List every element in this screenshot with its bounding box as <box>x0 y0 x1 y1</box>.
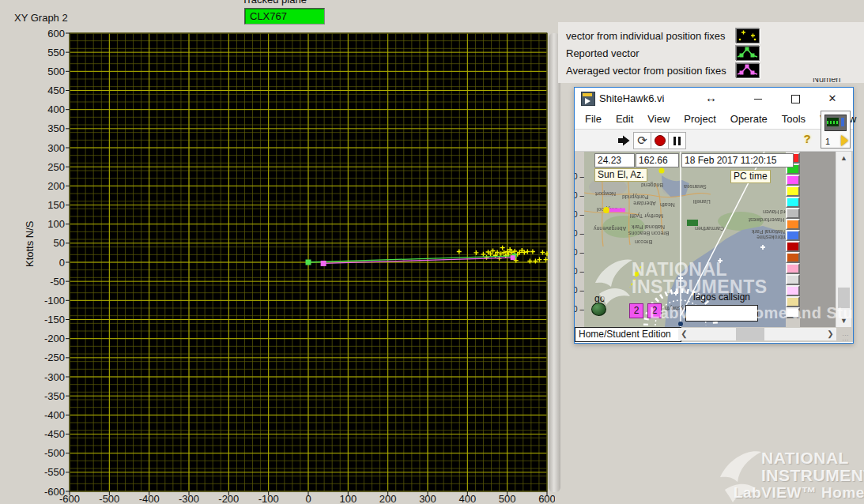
color-box[interactable] <box>786 263 800 274</box>
horizontal-scrollbar[interactable]: ❮ ❯ <box>678 328 836 340</box>
y-tick-label: 0 <box>59 257 65 269</box>
vi-arrow-icon <box>841 135 848 146</box>
y-tick-label: -150 <box>44 314 65 325</box>
resize-cursor-icon: ↔ <box>705 91 717 104</box>
y-tick-label: 500 <box>47 66 65 77</box>
map-axis-tick: .0 – <box>575 286 584 295</box>
maximize-button[interactable] <box>782 88 809 109</box>
tracked-plane-value[interactable]: CLX767 <box>244 8 325 24</box>
color-box[interactable] <box>786 197 800 208</box>
series-marker-2 <box>321 261 326 266</box>
menu-view[interactable]: View <box>640 113 677 125</box>
map-axis-tick: .0 – <box>575 172 584 181</box>
labview-app-icon <box>581 92 595 106</box>
minimize-button[interactable] <box>745 88 772 109</box>
y-tick-label: 200 <box>47 180 65 192</box>
map-axis-tick: .0 – <box>575 210 584 219</box>
maximize-icon <box>791 95 800 103</box>
legend-label: Averaged vector from position fixes <box>566 65 736 77</box>
series-marker-2 <box>511 255 515 260</box>
legend-label: Reported vector <box>566 47 736 59</box>
content-gap <box>800 152 836 327</box>
legend-glyph-cross[interactable] <box>736 28 760 43</box>
menu-project[interactable]: Project <box>677 113 723 125</box>
help-button[interactable]: ? <box>799 132 815 148</box>
sun-el-az-label: Sun El, Az. <box>594 168 647 182</box>
window-content: .0 –.0 –.0 –.0 –.0 –.0 –.0 –.0 – <box>575 152 853 327</box>
y-tick-label: -350 <box>44 390 65 402</box>
legend-row[interactable]: Reported vector <box>566 45 827 61</box>
horizontal-scroll-thumb[interactable] <box>736 328 764 340</box>
vertical-scrollbar[interactable]: ▲ ▼ <box>836 152 851 327</box>
color-box[interactable] <box>786 241 800 252</box>
y-tick-label: -450 <box>44 428 65 440</box>
menu-bar: File Edit View Project Operate Tools Win… <box>575 109 853 130</box>
series-marker-1 <box>306 260 311 265</box>
xy-graph: 600550500450400350300250200150100500-50-… <box>24 24 555 504</box>
graph-legend: vector from individual position fixes Re… <box>558 22 864 83</box>
menu-edit[interactable]: Edit <box>609 113 640 125</box>
ni-eagle-icon <box>590 256 635 305</box>
legend-row[interactable]: Averaged vector from position fixes <box>566 62 827 78</box>
vi-icon-button[interactable]: 1 <box>821 111 851 149</box>
vi-icon <box>824 115 847 131</box>
menu-tools[interactable]: Tools <box>775 113 813 125</box>
legend-glyph-averaged[interactable] <box>736 63 760 78</box>
pc-time-field[interactable]: 18 Feb 2017 11:20:15 <box>681 153 794 167</box>
map-axis-tick: .0 – <box>575 191 584 200</box>
scroll-right-icon[interactable]: ❯ <box>824 328 836 340</box>
run-continuous-button[interactable]: ⟳ <box>633 132 651 149</box>
y-tick-label: -250 <box>44 352 65 363</box>
clipped-background-label: Numeri <box>813 78 860 85</box>
y-tick-label: 600 <box>47 28 65 39</box>
y-tick-label: 150 <box>47 199 65 211</box>
count-badge[interactable]: 2 <box>629 303 643 318</box>
menu-operate[interactable]: Operate <box>723 113 775 125</box>
y-tick-label: -50 <box>50 276 65 288</box>
map-watermark-edition: LabVIEW™ Home and Student Edition <box>650 304 853 322</box>
abort-icon <box>655 135 666 146</box>
color-box[interactable] <box>786 252 800 263</box>
graph-title: XY Graph 2 <box>14 12 68 24</box>
color-box[interactable] <box>786 219 800 230</box>
sun-azimuth-field[interactable]: 162.66 <box>636 153 679 167</box>
color-box[interactable] <box>786 175 800 186</box>
y-tick-label: -200 <box>44 333 65 344</box>
color-box[interactable] <box>786 274 800 285</box>
window-bottom-bar: Home/Student Edition ❮ ❯ …… <box>575 327 853 342</box>
title-bar[interactable]: ShiteHawk6.vi ↔ ✕ <box>575 88 853 109</box>
tracked-plane-label: Tracked plane <box>242 0 329 7</box>
color-box[interactable] <box>786 285 800 296</box>
toolbar: ⟳ ? 1 <box>575 130 853 152</box>
y-tick-label: 100 <box>47 218 65 230</box>
map-axis-tick: .0 – <box>575 305 584 314</box>
color-palette <box>786 152 800 327</box>
y-tick-label: 550 <box>47 47 65 58</box>
pause-icon <box>673 137 676 145</box>
map-axis-tick: .0 – <box>575 248 584 257</box>
color-box[interactable] <box>786 208 800 219</box>
map-axis-tick: .0 – <box>575 229 584 238</box>
y-tick-label: -400 <box>44 409 65 421</box>
color-box[interactable] <box>786 230 800 241</box>
legend-glyph-reported[interactable] <box>736 46 760 61</box>
run-continuous-icon: ⟳ <box>637 134 647 148</box>
graph-side-strip <box>549 33 560 492</box>
scroll-left-icon[interactable]: ❮ <box>678 328 690 340</box>
shitehawk-window: ShiteHawk6.vi ↔ ✕ File Edit View Project… <box>574 87 854 344</box>
y-tick-label: 350 <box>47 122 65 134</box>
scroll-up-icon[interactable]: ▲ <box>836 152 851 164</box>
close-button[interactable]: ✕ <box>819 88 846 109</box>
y-tick-label: -550 <box>44 466 65 478</box>
y-tick-label: -500 <box>44 447 65 459</box>
sun-elevation-field[interactable]: 24.23 <box>594 153 635 167</box>
menu-file[interactable]: File <box>578 113 609 125</box>
abort-button[interactable] <box>651 132 669 149</box>
resize-grip[interactable]: …… <box>842 331 851 340</box>
y-tick-label: 50 <box>54 237 65 249</box>
color-box[interactable] <box>786 186 800 197</box>
run-button[interactable] <box>615 132 633 149</box>
window-title: ShiteHawk6.vi <box>599 92 664 104</box>
pause-button[interactable] <box>668 132 686 149</box>
legend-row[interactable]: vector from individual position fixes <box>566 28 827 43</box>
